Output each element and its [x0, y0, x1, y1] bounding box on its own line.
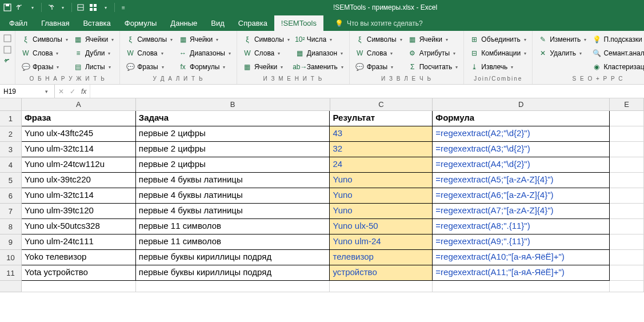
cell[interactable]: [610, 173, 644, 188]
ribbon-слова-button[interactable]: WСлова▾: [123, 47, 175, 59]
cell[interactable]: Результат: [330, 111, 433, 126]
tab-вставка[interactable]: Вставка: [76, 15, 117, 31]
row-header[interactable]: 4: [0, 157, 22, 173]
ribbon-комбинации-button[interactable]: ⊟Комбинации▾: [467, 47, 529, 59]
tab-формулы[interactable]: Формулы: [118, 15, 164, 31]
undo-icon[interactable]: [15, 2, 25, 13]
row-header[interactable]: [0, 281, 22, 292]
ribbon-ячейки-button[interactable]: ▦Ячейки▾: [71, 33, 116, 46]
ribbon-посчитать-button[interactable]: ΣПосчитать▾: [406, 61, 461, 73]
cell[interactable]: =regexextract(A3;"\d{2}"): [433, 142, 610, 157]
row-header[interactable]: 2: [0, 126, 22, 142]
ribbon-заменить-button[interactable]: ab→Заменить▾: [293, 61, 346, 73]
cell[interactable]: Yuno ulm-24: [330, 234, 433, 250]
ribbon-изменить-button[interactable]: ✎Изменить▾: [536, 33, 589, 46]
cell[interactable]: [610, 111, 644, 126]
cell[interactable]: первые 4 буквы латиницы: [136, 173, 330, 188]
cell[interactable]: [433, 281, 610, 292]
col-header-A[interactable]: A: [22, 98, 136, 111]
cell[interactable]: [610, 250, 644, 265]
cell[interactable]: [330, 281, 433, 292]
ribbon-ячейки-button[interactable]: ▦Ячейки▾: [406, 33, 461, 46]
ribbon-п.подсказки-button[interactable]: 💡П.подсказки▾: [590, 33, 644, 46]
row-header[interactable]: 10: [0, 250, 22, 265]
select-all-corner[interactable]: [0, 98, 22, 111]
cell[interactable]: [610, 281, 644, 292]
cell[interactable]: устройство: [330, 265, 433, 281]
col-header-B[interactable]: B: [136, 98, 330, 111]
cell[interactable]: Yuno ulm-32tc114: [22, 188, 136, 204]
cell[interactable]: =regexextract(A6;"[a-zA-Z]{4}"): [433, 188, 610, 204]
cell[interactable]: 24: [330, 157, 433, 173]
row-header[interactable]: 5: [0, 173, 22, 188]
cell[interactable]: Yuno ulx-43ftc245: [22, 126, 136, 142]
name-box-input[interactable]: [0, 88, 41, 96]
ribbon-диапазоны-button[interactable]: ↔Диапазоны▾: [176, 47, 233, 59]
ribbon-символы-button[interactable]: ξСимволы▾: [353, 33, 405, 46]
fx-icon[interactable]: fx: [81, 88, 86, 96]
tell-me-search[interactable]: 💡 Что вы хотите сделать?: [330, 16, 427, 31]
ribbon-символы-button[interactable]: ξСимволы▾: [123, 33, 175, 46]
col-header-D[interactable]: D: [433, 98, 610, 111]
cell[interactable]: =regexextract(A10;"[а-яА-ЯёЁ]+"): [433, 250, 610, 265]
cell[interactable]: первые 11 символов: [136, 234, 330, 250]
row-header[interactable]: 11: [0, 265, 22, 281]
cell[interactable]: [610, 219, 644, 234]
cell[interactable]: Yuno: [330, 204, 433, 219]
tab-файл[interactable]: Файл: [2, 15, 34, 31]
qat-tool-icon[interactable]: [88, 2, 98, 13]
ribbon-объединить-button[interactable]: ⊞Объединить▾: [467, 33, 529, 46]
cell[interactable]: [610, 204, 644, 219]
cell[interactable]: Yota устройство: [22, 265, 136, 281]
cell[interactable]: [610, 265, 644, 281]
name-box[interactable]: ▾: [0, 85, 55, 98]
undo-ribbon-icon[interactable]: [2, 56, 13, 66]
row-header[interactable]: 8: [0, 219, 22, 234]
qat-customize-icon[interactable]: ≡: [118, 2, 129, 13]
cell[interactable]: первые 4 буквы латиницы: [136, 188, 330, 204]
tab-данные[interactable]: Данные: [163, 15, 204, 31]
save-icon[interactable]: [2, 2, 13, 13]
ribbon-числа-button[interactable]: 10²Числа▾: [293, 33, 346, 46]
name-box-dropdown-icon[interactable]: ▾: [41, 89, 51, 94]
cell[interactable]: [610, 188, 644, 204]
dropdown-icon[interactable]: ▾: [101, 2, 111, 13]
cell[interactable]: [610, 142, 644, 157]
cell[interactable]: 32: [330, 142, 433, 157]
cell[interactable]: телевизор: [330, 250, 433, 265]
checkbox-icon[interactable]: [2, 33, 13, 43]
ribbon-удалить-button[interactable]: ✕Удалить▾: [536, 47, 589, 59]
col-header-E[interactable]: E: [610, 98, 644, 111]
ribbon-кластеризация-button[interactable]: ◉Кластеризация▾: [590, 61, 644, 73]
ribbon-дубли-button[interactable]: ≡Дубли▾: [71, 47, 116, 59]
cell[interactable]: [610, 157, 644, 173]
cell[interactable]: =regexextract(A5;"[a-zA-Z]{4}"): [433, 173, 610, 188]
cell[interactable]: =regexextract(A2;"\d{2}"): [433, 126, 610, 142]
cell[interactable]: Yuno ulx-50utcs328: [22, 219, 136, 234]
cell[interactable]: Yuno ulm-24tcw112u: [22, 157, 136, 173]
tab-справка[interactable]: Справка: [231, 15, 274, 31]
ribbon-фразы-button[interactable]: 💬Фразы▾: [353, 61, 405, 73]
cell[interactable]: первые 4 буквы латиницы: [136, 204, 330, 219]
cell[interactable]: Формула: [433, 111, 610, 126]
cell[interactable]: Yuno ulm-39tc120: [22, 204, 136, 219]
cell[interactable]: Фраза: [22, 111, 136, 126]
checkbox-icon[interactable]: [2, 45, 13, 55]
cell[interactable]: [610, 126, 644, 142]
row-header[interactable]: 7: [0, 204, 22, 219]
cancel-icon[interactable]: ✕: [58, 88, 64, 96]
cell[interactable]: [136, 281, 330, 292]
cell[interactable]: 43: [330, 126, 433, 142]
cell[interactable]: Yoko телевизор: [22, 250, 136, 265]
cell[interactable]: =regexextract(A11;"[а-яА-ЯёЁ]+"): [433, 265, 610, 281]
cell[interactable]: первые буквы кириллицы подряд: [136, 265, 330, 281]
cell[interactable]: [22, 281, 136, 292]
cell[interactable]: первые 2 цифры: [136, 126, 330, 142]
formula-input[interactable]: [90, 85, 644, 98]
ribbon-ячейки-button[interactable]: ▦Ячейки▾: [241, 61, 292, 73]
cell[interactable]: [610, 234, 644, 250]
tab-вид[interactable]: Вид: [204, 15, 231, 31]
row-header[interactable]: 6: [0, 188, 22, 204]
cell[interactable]: первые буквы кириллицы подряд: [136, 250, 330, 265]
ribbon-извлечь-button[interactable]: ⤓Извлечь▾: [467, 61, 529, 73]
